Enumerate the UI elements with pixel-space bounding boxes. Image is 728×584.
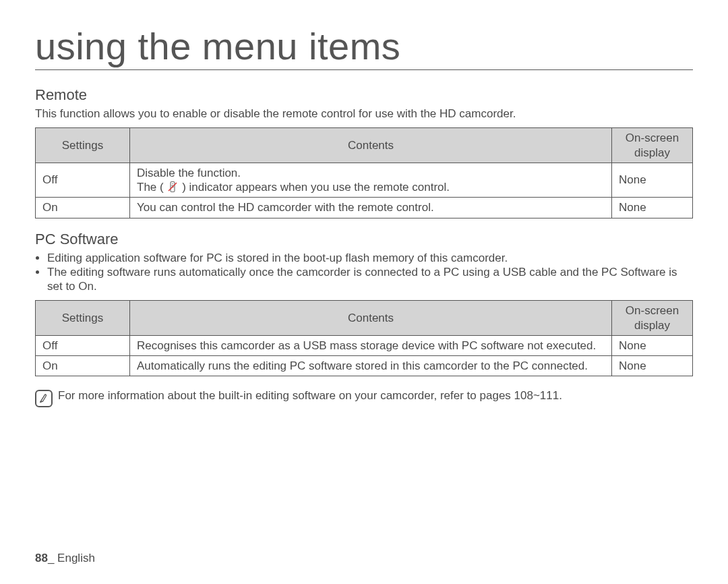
col-header-settings: Settings [36,128,130,163]
content-line: ) indicator appears when you use the rem… [182,181,450,194]
svg-point-1 [173,183,174,185]
cell-contents: You can control the HD camcorder with th… [130,198,612,218]
table-row: On You can control the HD camcorder with… [36,198,693,218]
page-number: 88 [35,552,48,564]
content-line: Disable the function. [137,167,241,179]
table-row: Off Disable the function. The ( ) indi [36,163,693,198]
cell-display: None [612,356,693,376]
section-title-remote: Remote [35,86,693,104]
cell-display: None [612,163,693,198]
footer-language: English [57,552,95,564]
col-header-settings: Settings [36,301,130,336]
col-header-display: On-screen display [612,128,693,163]
cell-contents: Automatically runs the editing PC softwa… [130,356,612,376]
col-header-display: On-screen display [612,301,693,336]
footer-separator: _ [48,552,57,564]
remote-table: Settings Contents On-screen display Off … [35,127,693,218]
note: For more information about the built-in … [35,388,693,407]
bullet-item: The editing software runs automatically … [47,265,693,294]
table-header-row: Settings Contents On-screen display [36,301,693,336]
cell-setting: Off [36,335,130,355]
table-header-row: Settings Contents On-screen display [36,128,693,163]
table-row: Off Recognises this camcorder as a USB m… [36,335,693,355]
cell-display: None [612,335,693,355]
note-icon [35,390,53,407]
section-title-pc-software: PC Software [35,231,693,248]
col-header-contents: Contents [130,301,612,336]
manual-page: using the menu items Remote This functio… [0,0,728,584]
cell-contents: Recognises this camcorder as a USB mass … [130,335,612,355]
pc-software-bullets: Editing application software for PC is s… [35,251,693,294]
cell-contents: Disable the function. The ( ) indicator … [130,163,612,198]
remote-description: This function allows you to enable or di… [35,107,693,121]
table-row: On Automatically runs the editing PC sof… [36,356,693,376]
cell-setting: On [36,356,130,376]
chapter-title: using the menu items [35,24,693,70]
pc-software-table: Settings Contents On-screen display Off … [35,300,693,376]
note-text: For more information about the built-in … [58,388,562,403]
page-footer: 88_ English [35,552,95,565]
bullet-item: Editing application software for PC is s… [47,251,693,265]
cell-setting: On [36,198,130,218]
cell-display: None [612,198,693,218]
cell-setting: Off [36,163,130,198]
content-line: The ( [137,181,164,194]
col-header-contents: Contents [130,128,612,163]
remote-blocked-icon [166,181,179,193]
